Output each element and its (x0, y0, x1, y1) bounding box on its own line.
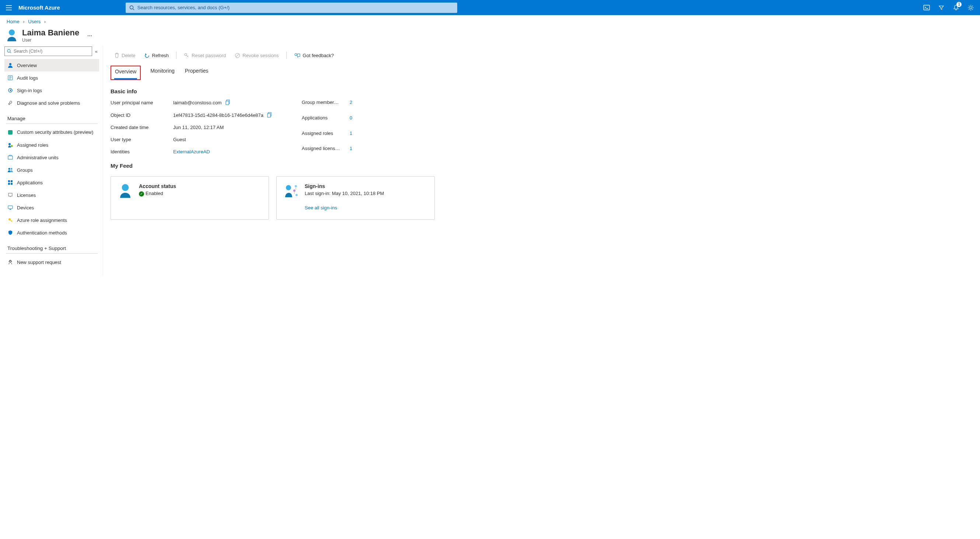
sidebar-item-overview[interactable]: Overview (5, 59, 99, 72)
sidebar-item-label: Custom security attributes (preview) (17, 129, 93, 135)
sidebar-item-authentication-methods[interactable]: Authentication methods (5, 226, 99, 239)
sidebar-item-label: Sign-in logs (17, 88, 42, 93)
sidebar-item-custom-security-attributes[interactable]: Custom security attributes (preview) (5, 126, 99, 139)
brand-label: Microsoft Azure (16, 5, 67, 11)
sidebar-search-input[interactable] (11, 49, 89, 54)
breadcrumb-users[interactable]: Users (28, 19, 41, 24)
signin-icon (7, 88, 13, 93)
sidebar-item-groups[interactable]: Groups (5, 164, 99, 176)
apps-icon (7, 180, 13, 185)
copy-icon (267, 112, 272, 118)
check-icon: ✓ (139, 191, 144, 196)
sidebar-item-administrative-units[interactable]: Administrative units (5, 151, 99, 164)
field-value-object-id: 1ef47813-15d1-4284-8b16-1746e6d4e87a (173, 112, 272, 118)
sidebar-item-devices[interactable]: Devices (5, 201, 99, 214)
sidebar-item-label: Assigned roles (17, 142, 48, 148)
sidebar-item-applications[interactable]: Applications (5, 176, 99, 189)
sidebar-section-troubleshoot: Troubleshooting + Support (6, 240, 98, 254)
count-value-roles[interactable]: 1 (350, 131, 361, 139)
sidebar-item-label: Licenses (17, 193, 36, 198)
global-search-input[interactable] (134, 5, 453, 10)
svg-rect-25 (226, 101, 229, 105)
sidebar-item-label: Devices (17, 205, 34, 210)
global-search[interactable] (126, 3, 457, 13)
breadcrumb-separator: › (21, 19, 27, 24)
svg-point-5 (9, 63, 11, 65)
user-avatar-icon (6, 29, 18, 42)
groups-icon (7, 167, 13, 173)
breadcrumb-home[interactable]: Home (6, 19, 19, 24)
section-my-feed: My Feed (111, 155, 971, 174)
cloud-shell-icon (923, 5, 930, 11)
copy-upn-button[interactable] (226, 100, 231, 105)
svg-rect-14 (8, 180, 10, 182)
field-label-created: Created date time (111, 124, 173, 130)
notifications-button[interactable]: 1 (949, 0, 963, 15)
svg-point-28 (122, 184, 129, 191)
wrench-icon (7, 100, 13, 106)
see-all-signins-link[interactable]: See all sign-ins (305, 196, 337, 210)
block-icon (235, 53, 240, 58)
tab-monitoring[interactable]: Monitoring (150, 65, 175, 80)
field-value-created: Jun 11, 2020, 12:17 AM (173, 124, 272, 130)
copy-object-id-button[interactable] (267, 112, 272, 118)
sidebar-item-label: Azure role assignments (17, 217, 67, 223)
sidebar-search[interactable] (5, 46, 92, 56)
sidebar-item-diagnose[interactable]: Diagnose and solve problems (5, 97, 99, 109)
collapse-sidebar-button[interactable]: « (94, 49, 99, 54)
count-value-groups[interactable]: 2 (350, 100, 361, 108)
svg-rect-16 (8, 183, 10, 185)
person-icon (7, 62, 13, 68)
count-value-licenses[interactable]: 1 (350, 146, 361, 155)
sidebar-item-assigned-roles[interactable]: Assigned roles (5, 139, 99, 151)
toolbar-label: Reset password (192, 53, 226, 58)
more-actions-button[interactable]: ⋯ (84, 33, 96, 38)
tab-properties[interactable]: Properties (184, 65, 209, 80)
svg-point-29 (286, 185, 291, 190)
svg-point-3 (9, 29, 15, 35)
sidebar-item-label: Overview (17, 63, 37, 68)
user-avatar-icon (118, 183, 133, 213)
tabs: Overview Monitoring Properties (111, 61, 971, 80)
sidebar-item-label: New support request (17, 260, 61, 265)
identities-link[interactable]: ExternalAzureAD (173, 149, 210, 155)
sidebar-item-audit-logs[interactable]: Audit logs (5, 72, 99, 84)
refresh-button[interactable]: Refresh (141, 51, 173, 60)
svg-point-13 (11, 168, 13, 170)
hamburger-icon (6, 5, 12, 10)
toolbar-label: Refresh (152, 53, 169, 58)
toolbar-label: Delete (122, 53, 135, 58)
sidebar-item-signin-logs[interactable]: Sign-in logs (5, 84, 99, 97)
section-basic-info: Basic info (111, 80, 971, 100)
sidebar-item-azure-role-assignments[interactable]: Azure role assignments (5, 214, 99, 226)
tab-overview[interactable]: Overview (114, 66, 137, 79)
roles-icon (7, 142, 13, 148)
filter-button[interactable] (934, 0, 948, 15)
feedback-button[interactable]: Got feedback? (290, 51, 338, 60)
count-label-licenses: Assigned licens… (302, 146, 350, 155)
sidebar-item-label: Groups (17, 167, 33, 173)
sidebar-item-label: Applications (17, 180, 43, 185)
sidebar-item-licenses[interactable]: Licenses (5, 189, 99, 201)
count-value-apps[interactable]: 0 (350, 115, 361, 124)
sidebar-item-new-support-request[interactable]: New support request (5, 256, 99, 268)
settings-button[interactable] (964, 0, 978, 15)
key-icon (7, 217, 13, 223)
card-body: ✓Enabled (139, 191, 176, 196)
highlight-box: Overview (111, 65, 141, 80)
field-label-upn: User principal name (111, 100, 173, 105)
notification-badge: 1 (956, 2, 962, 7)
refresh-icon (145, 53, 150, 58)
gear-icon (967, 5, 974, 11)
field-value-identities: ExternalAzureAD (173, 149, 272, 155)
field-value-user-type: Guest (173, 137, 272, 142)
svg-point-12 (8, 168, 10, 170)
hamburger-menu-button[interactable] (2, 1, 16, 14)
admin-units-icon (7, 155, 13, 160)
svg-point-20 (10, 260, 11, 262)
field-label-object-id: Object ID (111, 112, 173, 118)
cloud-shell-button[interactable] (920, 0, 934, 15)
count-label-roles: Assigned roles (302, 131, 350, 139)
card-title: Sign-ins (305, 183, 384, 191)
count-label-apps: Applications (302, 115, 350, 124)
